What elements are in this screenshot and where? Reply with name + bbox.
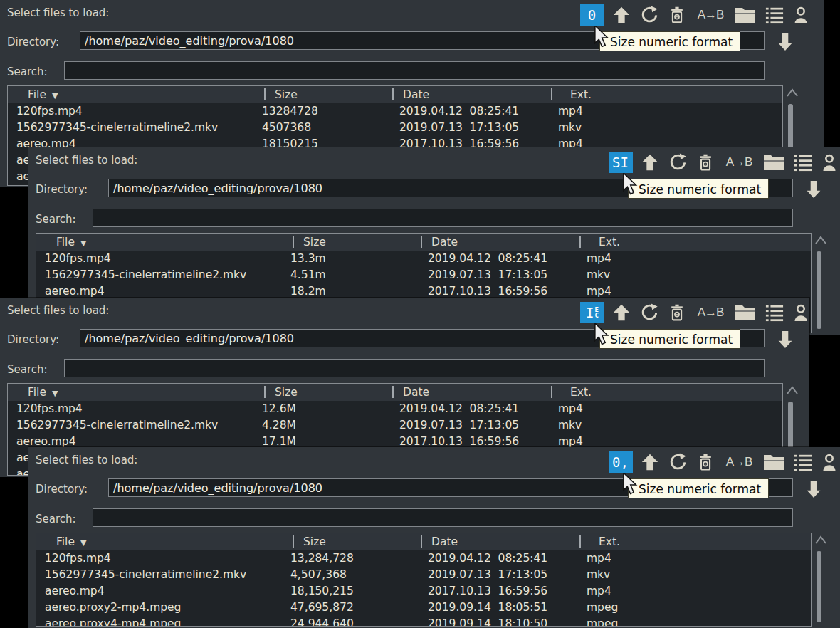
size-numeric-format-button[interactable]: 0	[580, 4, 604, 26]
descend-directory-button[interactable]	[804, 179, 823, 202]
file-date-cell: 2019.09.14 18:05:51	[428, 600, 547, 616]
file-row[interactable]: 120fps.mp4 13,284,728 2019.04.12 08:25:4…	[36, 550, 811, 567]
size-numeric-format-button[interactable]: SI	[609, 152, 633, 173]
toolbar: 0, A→B	[609, 451, 839, 473]
tooltip: Size numeric format	[628, 478, 769, 498]
scrollbar-up-button[interactable]	[784, 384, 800, 397]
reload-button[interactable]	[667, 152, 688, 173]
file-name-cell: 1562977345-cinelerratimeline2.mkv	[16, 417, 218, 434]
user-button[interactable]	[792, 4, 810, 26]
column-header-ext[interactable]: Ext.	[570, 386, 592, 399]
file-date-cell: 2019.04.12 08:25:41	[428, 251, 547, 267]
column-header-ext[interactable]: Ext.	[599, 535, 620, 548]
user-button[interactable]	[820, 152, 839, 173]
column-header-date[interactable]: Date	[431, 236, 458, 248]
toolbar: I EC A→B	[580, 301, 809, 324]
list-icon	[793, 153, 813, 172]
column-header-size[interactable]: Size	[303, 236, 326, 248]
scrollbar-slider[interactable]	[817, 551, 821, 622]
column-header-file[interactable]: File▼	[28, 88, 58, 101]
column-header-date[interactable]: Date	[431, 535, 458, 548]
new-folder-button[interactable]	[762, 451, 786, 473]
search-input[interactable]	[64, 61, 765, 80]
folder-icon	[762, 153, 785, 172]
list-format-button[interactable]	[764, 4, 785, 26]
list-format-button[interactable]	[792, 451, 814, 473]
mouse-cursor-icon	[622, 173, 638, 199]
file-size-cell: 4.51m	[290, 267, 326, 283]
delete-button[interactable]	[666, 302, 688, 323]
delete-button[interactable]	[695, 451, 716, 473]
updir-button[interactable]	[611, 4, 632, 26]
descend-directory-button[interactable]	[804, 478, 823, 501]
file-name-cell: 120fps.mp4	[45, 251, 111, 267]
sort-desc-icon: ▼	[52, 91, 58, 100]
rename-a-to-b-icon: A→B	[726, 155, 752, 169]
file-row[interactable]: aereo.proxy2-mp4.mpeg 47,695,872 2019.09…	[36, 600, 811, 616]
size-numeric-format-button[interactable]: I EC	[580, 302, 604, 323]
up-arrow-icon	[611, 303, 631, 323]
scrollbar-slider[interactable]	[817, 251, 821, 329]
file-row[interactable]: 120fps.mp4 13.3m 2019.04.12 08:25:41 mp4	[36, 251, 811, 267]
column-header-ext[interactable]: Ext.	[570, 88, 592, 101]
list-format-button[interactable]	[792, 152, 814, 173]
rename-a-to-b-icon: A→B	[698, 8, 724, 22]
scrollbar-up-button[interactable]	[784, 87, 800, 100]
file-date-cell: 2019.04.12 08:25:41	[399, 401, 519, 417]
column-header-ext[interactable]: Ext.	[599, 236, 620, 248]
file-row[interactable]: 1562977345-cinelerratimeline2.mkv 4,507,…	[36, 567, 811, 583]
new-folder-button[interactable]	[733, 302, 757, 323]
column-header-date[interactable]: Date	[403, 88, 429, 101]
file-row[interactable]: 120fps.mp4 12.6M 2019.04.12 08:25:41 mp4	[8, 401, 782, 417]
list-format-button[interactable]	[764, 302, 785, 323]
file-date-cell: 2019.07.13 17:13:05	[428, 267, 547, 283]
file-row[interactable]: 1562977345-cinelerratimeline2.mkv 4.28M …	[8, 417, 782, 434]
delete-button[interactable]	[695, 152, 716, 173]
scrollbar-up-button[interactable]	[813, 534, 829, 547]
column-header-size[interactable]: Size	[275, 386, 298, 399]
file-row[interactable]: 120fps.mp4 13284728 2019.04.12 08:25:41 …	[8, 103, 782, 120]
column-header-date[interactable]: Date	[403, 386, 429, 399]
rename-button[interactable]: A→B	[723, 152, 755, 173]
search-input[interactable]	[64, 359, 765, 377]
reload-button[interactable]	[667, 451, 688, 473]
reload-button[interactable]	[639, 4, 660, 26]
updir-button[interactable]	[639, 152, 661, 173]
size-format-glyph-stack: EC	[595, 307, 599, 318]
delete-button[interactable]	[666, 4, 688, 26]
new-folder-button[interactable]	[762, 152, 786, 173]
trash-icon	[668, 5, 686, 25]
column-header-file[interactable]: File▼	[28, 386, 58, 399]
file-row[interactable]: aereo.proxy4-mp4.mpeg 24,944,640 2019.09…	[36, 616, 811, 627]
rename-button[interactable]: A→B	[694, 4, 727, 26]
search-label: Search:	[36, 513, 76, 525]
descend-directory-button[interactable]	[776, 329, 794, 352]
file-row[interactable]: 1562977345-cinelerratimeline2.mkv 4.51m …	[36, 267, 811, 283]
updir-button[interactable]	[611, 302, 632, 323]
scrollbar-up-button[interactable]	[813, 234, 829, 247]
size-numeric-format-button[interactable]: 0,	[609, 451, 633, 473]
reload-icon	[639, 303, 659, 323]
column-header-file[interactable]: File▼	[56, 535, 86, 548]
sort-desc-icon: ▼	[80, 239, 86, 248]
rename-button[interactable]: A→B	[694, 302, 727, 323]
column-header-file[interactable]: File▼	[56, 236, 86, 248]
search-input[interactable]	[93, 508, 793, 527]
descend-directory-button[interactable]	[776, 31, 794, 54]
column-header-size[interactable]: Size	[303, 535, 326, 548]
chevron-up-icon	[814, 235, 828, 247]
user-button[interactable]	[820, 451, 839, 473]
file-row[interactable]: aereo.mp4 18,150,215 2017.10.13 16:59:56…	[36, 583, 811, 600]
rename-button[interactable]: A→B	[723, 451, 755, 473]
column-header-size[interactable]: Size	[275, 88, 298, 101]
file-list-header: File▼ Size Date Ext.	[36, 533, 811, 550]
file-row[interactable]: 1562977345-cinelerratimeline2.mkv 450736…	[8, 120, 782, 136]
search-input[interactable]	[93, 209, 793, 227]
file-name-cell: aereo.proxy2-mp4.mpeg	[45, 600, 181, 616]
new-folder-button[interactable]	[733, 4, 757, 26]
updir-button[interactable]	[639, 451, 661, 473]
user-button[interactable]	[792, 302, 809, 323]
size-format-glyph: SI	[612, 152, 629, 173]
dialog-title: Select files to load:	[36, 154, 137, 167]
reload-button[interactable]	[639, 302, 660, 323]
